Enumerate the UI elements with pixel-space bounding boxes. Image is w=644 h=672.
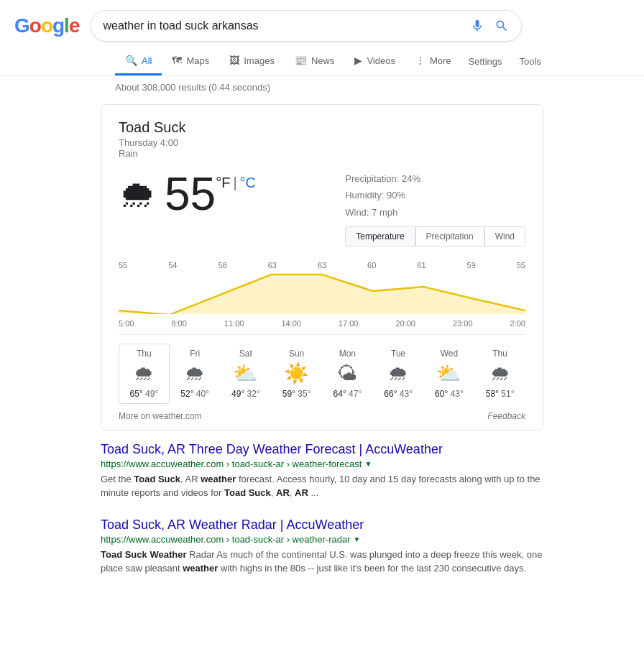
weather-card: Toad Suck Thursday 4:00 Rain 🌧 55 °F | °… (101, 104, 543, 431)
result-snippet-1: Get the Toad Suck, AR weather forecast. … (101, 472, 543, 500)
forecast-day-mon[interactable]: Mon 🌤 64° 47° (322, 344, 373, 404)
search-bar (91, 10, 522, 42)
result-item-2: Toad Suck, AR Weather Radar | AccuWeathe… (101, 517, 543, 576)
tab-all-label: All (142, 55, 152, 66)
google-logo: Google (14, 14, 79, 37)
result-url-dropdown-2[interactable]: ▼ (354, 535, 361, 543)
unit-separator: | (233, 175, 236, 191)
celsius-unit[interactable]: °C (240, 175, 256, 191)
weather-main: 🌧 55 °F | °C Precipitation: 24% Humidity… (119, 167, 525, 252)
day-temps-thu1: 65° 49° (130, 389, 159, 399)
tab-maps[interactable]: 🗺 Maps (162, 47, 219, 75)
day-temps-wed: 60° 43° (435, 389, 464, 399)
tab-videos[interactable]: ▶ Videos (344, 47, 405, 75)
day-name-tue: Tue (391, 349, 405, 359)
result-url-1: https://www.accuweather.com › toad-suck-… (101, 459, 543, 469)
tab-videos-label: Videos (367, 55, 395, 66)
day-icon-fri: 🌧 (185, 362, 205, 386)
day-icon-tue: 🌧 (388, 362, 408, 386)
day-temps-sun: 59° 35° (282, 389, 311, 399)
weather-right: Precipitation: 24% Humidity: 90% Wind: 7… (345, 167, 525, 252)
search-icons (469, 18, 510, 34)
humidity-label: Humidity: 90% (345, 187, 525, 203)
day-temps-tue: 66° 43° (384, 389, 413, 399)
forecast-day-tue[interactable]: Tue 🌧 66° 43° (373, 344, 424, 404)
tab-news[interactable]: 📰 News (285, 47, 345, 75)
search-submit-icon[interactable] (494, 18, 510, 34)
feedback-link[interactable]: Feedback (487, 411, 525, 421)
day-temps-sat: 49° 32° (231, 389, 260, 399)
day-icon-mon: 🌤 (337, 362, 357, 386)
weather-source-link[interactable]: More on weather.com (119, 411, 201, 421)
day-temps-mon: 64° 47° (334, 389, 362, 399)
chart-svg (119, 271, 525, 314)
news-icon: 📰 (295, 55, 307, 66)
chart-temp-labels: 555458636360615955 (119, 261, 525, 270)
weather-left: 🌧 55 °F | °C (119, 167, 256, 221)
forecast-day-thu2[interactable]: Thu 🌧 58° 51° (474, 344, 525, 404)
settings-link[interactable]: Settings (461, 49, 510, 74)
fahrenheit-unit[interactable]: °F (216, 175, 230, 191)
result-title-2[interactable]: Toad Suck, AR Weather Radar | AccuWeathe… (101, 517, 543, 533)
microphone-icon[interactable] (469, 18, 485, 34)
weather-temperature: 55 (165, 167, 216, 221)
result-url-text-2: https://www.accuweather.com › toad-suck-… (101, 534, 351, 545)
nav-tabs: 🔍 All 🗺 Maps 🖼 Images 📰 News ▶ Videos ⋮ … (0, 47, 644, 76)
results-count: About 308,000 results (0.44 seconds) (0, 76, 644, 98)
day-temps-fri: 52° 40° (180, 389, 209, 399)
day-icon-sat: ⛅ (233, 362, 258, 386)
weather-temp-group: 55 °F | °C (165, 167, 256, 221)
forecast-day-sun[interactable]: Sun ☀️ 59° 35° (271, 344, 322, 404)
day-temps-thu2: 58° 51° (486, 389, 515, 399)
toggle-temperature[interactable]: Temperature (345, 226, 415, 247)
result-snippet-2: Toad Suck Weather Radar As much of the c… (101, 548, 543, 576)
nav-settings-tools: Settings Tools (461, 49, 548, 74)
precipitation-label: Precipitation: 24% (345, 170, 525, 187)
day-name-thu2: Thu (492, 349, 507, 359)
weather-condition-icon: 🌧 (119, 172, 156, 216)
tab-more[interactable]: ⋮ More (405, 47, 461, 75)
result-url-dropdown-1[interactable]: ▼ (364, 460, 372, 468)
result-url-2: https://www.accuweather.com › toad-suck-… (101, 534, 543, 545)
tab-images-label: Images (244, 55, 275, 66)
day-icon-thu2: 🌧 (490, 362, 510, 386)
result-item-1: Toad Suck, AR Three Day Weather Forecast… (101, 442, 543, 500)
result-title-1[interactable]: Toad Suck, AR Three Day Weather Forecast… (101, 442, 543, 457)
daily-forecast: Thu 🌧 65° 49° Fri 🌧 52° 40° Sat ⛅ 49° 32… (119, 334, 525, 404)
forecast-day-fri[interactable]: Fri 🌧 52° 40° (170, 344, 221, 404)
tools-link[interactable]: Tools (512, 49, 548, 74)
tab-images[interactable]: 🖼 Images (219, 47, 285, 75)
all-icon: 🔍 (125, 55, 137, 66)
weather-units: °F | °C (216, 167, 256, 191)
day-name-fri: Fri (190, 349, 200, 359)
forecast-day-thu1[interactable]: Thu 🌧 65° 49° (119, 344, 170, 404)
search-input[interactable] (103, 19, 469, 32)
day-name-mon: Mon (339, 349, 356, 359)
forecast-day-sat[interactable]: Sat ⛅ 49° 32° (221, 344, 272, 404)
svg-marker-0 (119, 275, 525, 314)
chart-toggles: Temperature Precipitation Wind (345, 226, 525, 247)
videos-icon: ▶ (354, 55, 362, 66)
result-url-text-1: https://www.accuweather.com › toad-suck-… (101, 459, 362, 469)
day-name-sun: Sun (289, 349, 304, 359)
day-icon-sun: ☀️ (284, 362, 309, 386)
day-name-thu1: Thu (137, 349, 152, 359)
tab-news-label: News (311, 55, 335, 66)
tab-all[interactable]: 🔍 All (115, 47, 162, 75)
weather-datetime: Thursday 4:00 (119, 137, 525, 148)
toggle-wind[interactable]: Wind (484, 226, 525, 247)
weather-footer: More on weather.com Feedback (119, 411, 525, 421)
images-icon: 🖼 (229, 55, 239, 66)
header: Google (0, 0, 644, 47)
forecast-day-wed[interactable]: Wed ⛅ 60° 43° (424, 344, 475, 404)
weather-condition: Rain (119, 148, 525, 159)
day-name-wed: Wed (441, 349, 458, 359)
day-name-sat: Sat (239, 349, 252, 359)
wind-label: Wind: 7 mph (345, 204, 525, 221)
toggle-precipitation[interactable]: Precipitation (415, 226, 484, 247)
temperature-chart: 555458636360615955 5:008:0011:0014:0017:… (119, 261, 525, 326)
more-icon: ⋮ (415, 55, 426, 66)
day-icon-wed: ⛅ (436, 362, 461, 386)
day-icon-thu1: 🌧 (134, 362, 154, 386)
maps-icon: 🗺 (172, 55, 182, 66)
